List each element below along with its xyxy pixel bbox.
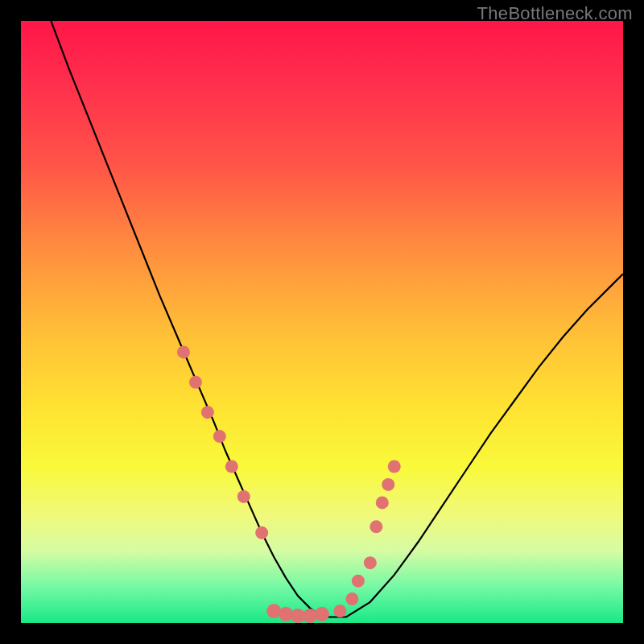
- data-dot: [376, 496, 389, 509]
- data-dot: [388, 460, 401, 473]
- data-dot: [255, 526, 268, 539]
- data-dot: [364, 556, 377, 569]
- data-dot: [369, 520, 382, 533]
- data-dot: [352, 575, 365, 588]
- data-dot: [333, 605, 346, 617]
- data-dot: [266, 604, 281, 618]
- data-dot: [382, 478, 394, 491]
- curve-layer: [21, 21, 623, 623]
- data-dot: [189, 376, 202, 389]
- data-dot: [237, 490, 250, 503]
- data-dot: [225, 460, 238, 473]
- data-dot: [201, 406, 214, 419]
- data-dot: [213, 430, 226, 443]
- watermark-text: TheBottleneck.com: [477, 3, 633, 24]
- bottleneck-curve: [51, 21, 623, 617]
- data-dot: [345, 592, 358, 605]
- outer-frame: TheBottleneck.com: [0, 0, 644, 644]
- data-dot: [315, 607, 329, 621]
- data-dot: [177, 345, 190, 358]
